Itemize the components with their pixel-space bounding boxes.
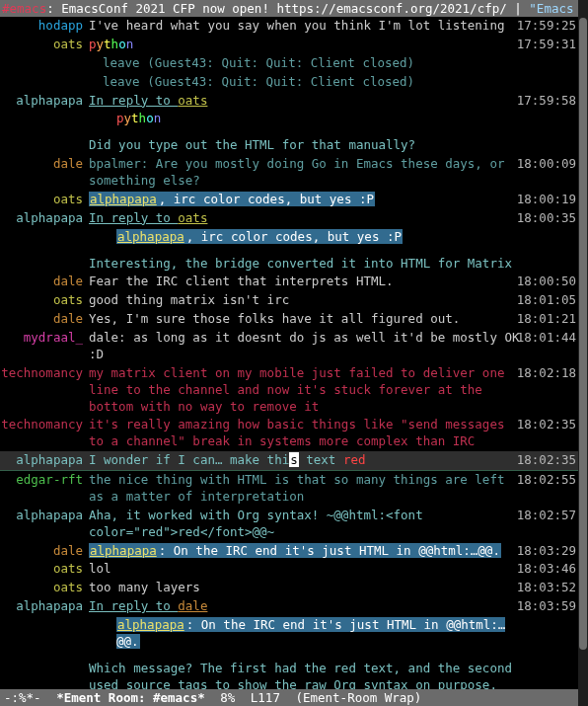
timestamp: 18:03:46 xyxy=(517,561,576,578)
message-body: my matrix client on my mobile just faile… xyxy=(89,365,578,416)
status-bar: -:%*- *Ement Room: #emacs* 8% L117 (Emen… xyxy=(0,689,578,706)
reply-user-link[interactable]: oats xyxy=(178,210,207,225)
message-body: lol xyxy=(89,561,578,578)
top-bar: #emacs: EmacsConf 2021 CFP now open! htt… xyxy=(0,0,582,17)
reply-user-link[interactable]: dale xyxy=(178,598,207,613)
spacer xyxy=(0,247,578,255)
timestamp: 18:03:52 xyxy=(517,580,576,596)
chat-row: alphapapaAha, it worked with Org syntax!… xyxy=(0,507,578,542)
timestamp: 18:03:29 xyxy=(517,543,576,560)
nick: alphapapa xyxy=(0,210,89,227)
message-body: Yes, I'm sure those folks have it all fi… xyxy=(89,311,578,328)
nick: technomancy xyxy=(0,365,89,382)
reply-label[interactable]: In reply to xyxy=(89,598,178,613)
text-after-cursor: text xyxy=(299,452,343,467)
nick: alphapapa xyxy=(0,508,89,524)
timestamp: 18:02:35 xyxy=(517,452,576,469)
timestamp: 17:59:25 xyxy=(517,18,576,35)
mention-user[interactable]: alphapapa xyxy=(89,543,158,558)
nick: oats xyxy=(0,192,89,208)
rainbow-text: python xyxy=(116,111,161,125)
nick: mydraal_ xyxy=(0,330,89,347)
message-body: python xyxy=(89,111,578,127)
timestamp: 18:00:50 xyxy=(517,274,576,290)
chat-row: alphapapaI wonder if I can… make this te… xyxy=(0,451,578,471)
nick: hodapp xyxy=(0,18,89,35)
mention-user[interactable]: alphapapa xyxy=(116,617,185,632)
timestamp: 17:59:31 xyxy=(517,37,576,53)
highlighted-text: , irc color codes, but yes :P xyxy=(158,192,375,206)
timestamp: 18:02:55 xyxy=(517,472,576,489)
chat-row: oatstoo many layers18:03:52 xyxy=(0,579,578,597)
status-room: *Ement Room: #emacs* xyxy=(52,690,209,705)
message-body: alphapapa: On the IRC end it's just HTML… xyxy=(89,617,578,651)
reply-label[interactable]: In reply to xyxy=(89,210,178,225)
timestamp: 18:02:35 xyxy=(517,417,576,433)
message-body: Interesting, the bridge converted it int… xyxy=(89,256,578,273)
chat-row: oatsalphapapa, irc color codes, but yes … xyxy=(0,191,578,209)
chat-row: leave (Guest43: Quit: Quit: Client close… xyxy=(0,73,578,92)
scrollbar[interactable] xyxy=(578,0,588,706)
chat-row: mydraal_dale: as long as it doesnt do js… xyxy=(0,329,578,364)
red-text: red xyxy=(343,452,366,467)
message-body: Which message? The first had the red tex… xyxy=(89,661,578,689)
timestamp: 18:03:59 xyxy=(517,598,576,615)
reply-user-link[interactable]: oats xyxy=(178,93,207,108)
message-body: too many layers xyxy=(89,580,578,596)
nick: oats xyxy=(0,580,89,596)
chat-row: Interesting, the bridge converted it int… xyxy=(0,255,578,274)
status-flags: -:%*- xyxy=(0,690,45,705)
message-body: Aha, it worked with Org syntax! ~@@html:… xyxy=(89,508,578,541)
status-pct: 8% xyxy=(216,690,239,705)
chat-row: technomancymy matrix client on my mobile… xyxy=(0,364,578,417)
timestamp: 18:02:57 xyxy=(517,508,576,524)
chat-row: dalealphapapa: On the IRC end it's just … xyxy=(0,542,578,561)
leave-message: leave (Guest43: Quit: Quit: Client close… xyxy=(89,55,578,72)
mention-user[interactable]: alphapapa xyxy=(89,192,158,206)
message-body: good thing matrix isn't irc xyxy=(89,292,578,309)
status-mode: (Ement-Room Wrap) xyxy=(291,690,425,705)
topic-sep: | xyxy=(507,1,530,16)
message-body: alphapapa, irc color codes, but yes :P xyxy=(89,229,578,246)
nick: oats xyxy=(0,561,89,578)
nick: oats xyxy=(0,37,89,53)
topic-quote: "Emacs is a co xyxy=(529,1,582,16)
timestamp: 18:02:18 xyxy=(517,365,576,382)
chat-row: oatspython17:59:31 xyxy=(0,36,578,54)
nick: dale xyxy=(0,543,89,560)
chat-row: hodappI've heard what you say when you t… xyxy=(0,17,578,36)
chat-row: Which message? The first had the red tex… xyxy=(0,660,578,689)
cursor: s xyxy=(289,452,299,467)
chat-row: alphapapaIn reply to oats17:59:58 xyxy=(0,92,578,111)
nick: alphapapa xyxy=(0,93,89,110)
nick: alphapapa xyxy=(0,452,89,469)
message-body: In reply to dale xyxy=(89,598,578,615)
nick: alphapapa xyxy=(0,598,89,615)
mention-user[interactable]: alphapapa xyxy=(116,229,185,244)
chat-area[interactable]: hodappI've heard what you say when you t… xyxy=(0,17,578,689)
message-body: alphapapa, irc color codes, but yes :P xyxy=(89,192,578,208)
chat-row: Did you type out the HTML for that manua… xyxy=(0,136,578,155)
message-body: bpalmer: Are you mostly doing Go in Emac… xyxy=(89,156,578,190)
chat-row: technomancyit's really amazing how basic… xyxy=(0,416,578,451)
nick: dale xyxy=(0,311,89,328)
message-body: Fear the IRC client that interprets HTML… xyxy=(89,274,578,290)
chat-row: oatsgood thing matrix isn't irc18:01:05 xyxy=(0,291,578,310)
chat-row: alphapapaIn reply to oats18:00:35 xyxy=(0,209,578,228)
scrollbar-thumb[interactable] xyxy=(579,18,587,650)
chat-row: leave (Guest43: Quit: Quit: Client close… xyxy=(0,54,578,73)
reply-label[interactable]: In reply to xyxy=(89,93,178,108)
chat-row: daleYes, I'm sure those folks have it al… xyxy=(0,310,578,329)
nick: edgar-rft xyxy=(0,472,89,489)
timestamp: 18:01:21 xyxy=(517,311,576,328)
timestamp: 18:00:35 xyxy=(517,210,576,227)
message-body: dale: as long as it doesnt do js as well… xyxy=(89,330,578,363)
message-body: I've heard what you say when you think I… xyxy=(89,18,578,35)
timestamp: 18:01:05 xyxy=(517,292,576,309)
nick: dale xyxy=(0,274,89,290)
text-before-cursor: I wonder if I can… make thi xyxy=(89,452,289,467)
topic-text: : EmacsConf 2021 CFP now open! https://e… xyxy=(46,1,507,16)
status-line: L117 xyxy=(247,690,284,705)
chat-row: alphapapa, irc color codes, but yes :P xyxy=(0,228,578,247)
nick: oats xyxy=(0,292,89,309)
